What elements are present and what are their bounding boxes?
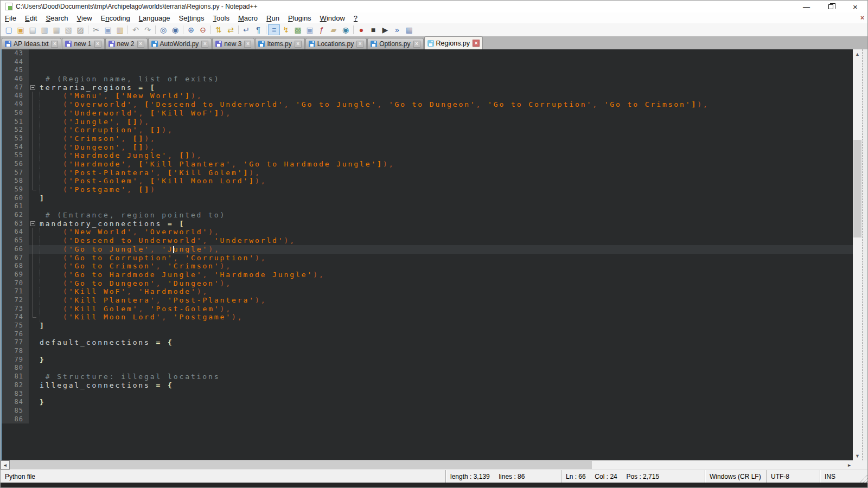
code-line-76[interactable]: 76 xyxy=(2,330,853,339)
find-icon[interactable]: ◎ xyxy=(157,24,169,35)
macro-stop-icon[interactable]: ■ xyxy=(367,24,379,35)
tab-close-icon[interactable]: × xyxy=(356,41,363,48)
tab-new-1[interactable]: new 1× xyxy=(62,38,104,49)
code-text[interactable]: } xyxy=(39,398,853,407)
code-text[interactable]: ('Underworld', ['Kill WoF']), xyxy=(39,109,853,118)
menu-edit[interactable]: Edit xyxy=(21,13,41,23)
tab-close-icon[interactable]: × xyxy=(201,41,208,48)
code-text[interactable] xyxy=(39,390,853,399)
show-indent-guide-icon[interactable]: ≡ xyxy=(268,24,280,35)
code-text[interactable]: ('Overworld', ['Descend to Underworld', … xyxy=(39,100,853,109)
copy-icon[interactable]: ▣ xyxy=(102,24,114,35)
menu-macro[interactable]: Macro xyxy=(234,13,262,23)
code-line-73[interactable]: 73 ('Kill Golem', 'Post-Golem'), xyxy=(2,305,853,313)
code-text[interactable]: ] xyxy=(39,322,853,330)
code-text[interactable]: ('Hardmode Jungle', []), xyxy=(39,151,853,160)
code-line-47[interactable]: 47terraria_regions = [ xyxy=(2,84,853,92)
cut-icon[interactable]: ✂ xyxy=(90,24,102,35)
code-line-55[interactable]: 55 ('Hardmode Jungle', []), xyxy=(2,151,853,160)
menu-run[interactable]: Run xyxy=(262,13,284,23)
code-text[interactable] xyxy=(39,49,853,58)
replace-icon[interactable]: ◉ xyxy=(169,24,181,35)
code-text[interactable]: ('Jungle', []), xyxy=(39,118,853,126)
code-line-70[interactable]: 70 ('Go to Dungeon', 'Dungeon'), xyxy=(2,279,853,288)
menu-window[interactable]: Window xyxy=(316,13,349,23)
paste-icon[interactable]: ▥ xyxy=(114,24,126,35)
code-line-78[interactable]: 78 xyxy=(2,347,853,356)
scroll-left-arrow-icon[interactable]: ◂ xyxy=(1,460,10,470)
code-line-61[interactable]: 61 xyxy=(2,202,853,211)
code-text[interactable]: ('Go to Jungle', 'Jungle'), xyxy=(39,245,853,254)
code-text[interactable]: illegal_connections = { xyxy=(39,381,853,390)
code-line-62[interactable]: 62 # (Entrance, region pointed to) xyxy=(2,211,853,220)
fold-collapse-icon[interactable] xyxy=(29,220,39,228)
code-line-58[interactable]: 58 ('Post-Golem', ['Kill Moon Lord']), xyxy=(2,177,853,185)
macro-play-icon[interactable]: ▶ xyxy=(379,24,391,35)
code-text[interactable]: terraria_regions = [ xyxy=(39,84,853,92)
tab-items-py[interactable]: Items.py× xyxy=(255,38,304,49)
code-line-52[interactable]: 52 ('Corruption', []), xyxy=(2,126,853,134)
code-text[interactable] xyxy=(39,407,853,415)
code-line-82[interactable]: 82illegal_connections = { xyxy=(2,381,853,390)
code-line-71[interactable]: 71 ('Kill WoF', 'Hardmode'), xyxy=(2,287,853,296)
code-text[interactable]: ('Go to Hardmode Jungle', 'Hardmode Jung… xyxy=(39,271,853,279)
tab-close-icon[interactable]: × xyxy=(244,41,251,48)
code-line-43[interactable]: 43 xyxy=(2,49,853,58)
code-line-66[interactable]: 66 ('Go to Jungle', 'Jungle'), xyxy=(2,245,853,254)
code-text[interactable]: ('Kill WoF', 'Hardmode'), xyxy=(39,287,853,296)
code-text[interactable]: # (Region name, list of exits) xyxy=(39,75,853,84)
close-all-icon[interactable]: ▧ xyxy=(62,24,74,35)
define-language-icon[interactable]: ↯ xyxy=(280,24,292,35)
code-text[interactable]: } xyxy=(39,356,853,364)
code-text[interactable] xyxy=(39,347,853,356)
tab-close-icon[interactable]: × xyxy=(94,41,101,48)
redo-icon[interactable]: ↷ xyxy=(142,24,154,35)
tab-options-py[interactable]: Options.py× xyxy=(367,38,423,49)
code-line-51[interactable]: 51 ('Jungle', []), xyxy=(2,118,853,126)
code-line-49[interactable]: 49 ('Overworld', ['Descend to Underworld… xyxy=(2,100,853,109)
code-text[interactable]: ('Postgame', []) xyxy=(39,185,853,194)
code-text[interactable]: ('Go to Crimson', 'Crimson'), xyxy=(39,262,853,271)
code-editor[interactable]: 43444546 # (Region name, list of exits)4… xyxy=(1,49,853,460)
code-text[interactable]: ('Corruption', []), xyxy=(39,126,853,134)
code-text[interactable]: ('Menu', ['New World']), xyxy=(39,92,853,100)
code-line-85[interactable]: 85 xyxy=(2,407,853,415)
tab-locations-py[interactable]: Locations.py× xyxy=(305,38,367,49)
code-text[interactable] xyxy=(39,415,853,424)
code-text[interactable]: ('Post-Golem', ['Kill Moon Lord']), xyxy=(39,177,853,185)
code-line-48[interactable]: 48 ('Menu', ['New World']), xyxy=(2,92,853,100)
zoom-in-icon[interactable]: ⊕ xyxy=(185,24,197,35)
code-line-72[interactable]: 72 ('Kill Plantera', 'Post-Plantera'), xyxy=(2,296,853,305)
menu-language[interactable]: Language xyxy=(135,13,175,23)
menu-plugins[interactable]: Plugins xyxy=(284,13,316,23)
open-file-icon[interactable]: ▣ xyxy=(15,24,27,35)
code-text[interactable]: ('Go to Corruption', 'Corruption'), xyxy=(39,254,853,262)
horizontal-scrollbar[interactable]: ◂ ▸ xyxy=(1,460,854,470)
menu-settings[interactable]: Settings xyxy=(175,13,209,23)
tab-close-icon[interactable]: × xyxy=(137,41,144,48)
scroll-right-arrow-icon[interactable]: ▸ xyxy=(845,460,854,470)
code-text[interactable]: ('Post-Plantera', ['Kill Golem']), xyxy=(39,169,853,177)
tab-autoworld-py[interactable]: AutoWorld.py× xyxy=(148,38,212,49)
code-line-56[interactable]: 56 ('Hardmode', ['Kill Plantera', 'Go to… xyxy=(2,160,853,169)
monitoring-eye-icon[interactable]: ◉ xyxy=(340,24,352,35)
menu-file[interactable]: File xyxy=(1,13,21,23)
scroll-up-arrow-icon[interactable]: ▲ xyxy=(853,49,862,59)
menu-search[interactable]: Search xyxy=(41,13,72,23)
code-text[interactable] xyxy=(39,330,853,339)
horizontal-scroll-thumb[interactable] xyxy=(10,461,592,469)
code-text[interactable]: mandatory_connections = [ xyxy=(39,220,853,228)
code-line-50[interactable]: 50 ('Underworld', ['Kill WoF']), xyxy=(2,109,853,118)
code-line-79[interactable]: 79} xyxy=(2,356,853,364)
undo-icon[interactable]: ↶ xyxy=(130,24,142,35)
menu-close-document-icon[interactable]: × xyxy=(860,14,864,22)
menu-view[interactable]: View xyxy=(73,13,97,23)
code-line-63[interactable]: 63mandatory_connections = [ xyxy=(2,220,853,228)
vertical-scroll-track[interactable] xyxy=(853,59,862,451)
show-all-characters-icon[interactable]: ¶ xyxy=(252,24,264,35)
code-text[interactable] xyxy=(39,364,853,373)
code-line-84[interactable]: 84} xyxy=(2,398,853,407)
code-text[interactable]: ('Go to Dungeon', 'Dungeon'), xyxy=(39,279,853,288)
code-line-68[interactable]: 68 ('Go to Crimson', 'Crimson'), xyxy=(2,262,853,271)
code-line-65[interactable]: 65 ('Descend to Underworld', 'Underworld… xyxy=(2,236,853,245)
